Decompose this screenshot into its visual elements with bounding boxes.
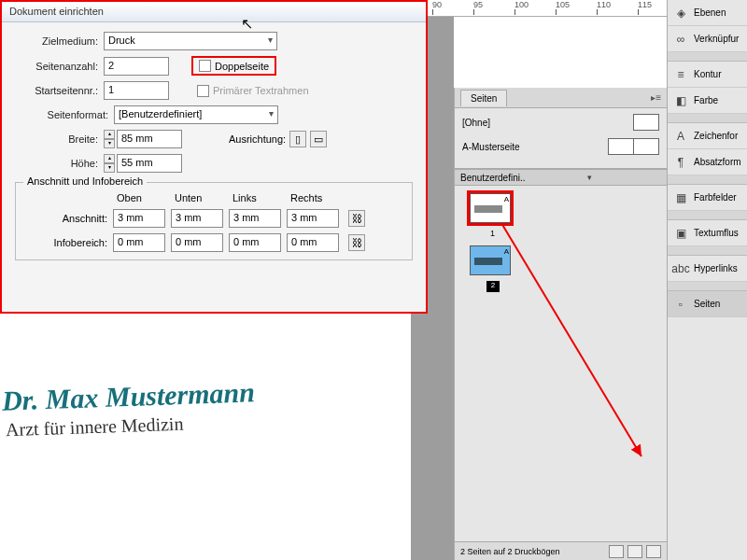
document-canvas[interactable]: Dr. Max Mustermann Arzt für innere Mediz…	[0, 314, 411, 560]
infobereich-link-icon[interactable]: ⛓	[348, 234, 365, 251]
headline-text[interactable]: Dr. Max Mustermann	[1, 376, 255, 416]
pages-panel-tabbar: Seiten ▸≡	[455, 88, 667, 108]
pages-status-bar: 2 Seiten auf 2 Druckbögen	[455, 541, 667, 560]
panel-textumfluss[interactable]: ▣Textumflus	[668, 220, 747, 246]
panel-kontur-label: Kontur	[694, 69, 721, 79]
page-2-thumb[interactable]: A	[470, 245, 511, 275]
ausrichtung-label: Ausrichtung:	[229, 133, 286, 145]
delete-page-icon[interactable]	[646, 545, 661, 558]
dialog-title: Dokument einrichten	[2, 2, 426, 22]
col-unten: Unten	[175, 192, 233, 203]
anschnitt-label: Anschnitt:	[23, 213, 113, 224]
anschnitt-rechts[interactable]: 3 mm	[287, 209, 339, 228]
new-page-icon[interactable]	[627, 545, 642, 558]
panel-dock: ◈Ebenen ∞Verknüpfur ≡Kontur ◧Farbe AZeic…	[667, 0, 747, 560]
page-2-master-letter: A	[504, 247, 509, 256]
breite-spinner[interactable]: ▴▾	[104, 130, 115, 148]
master-none-label: [Ohne]	[462, 118, 633, 128]
page-1-master-letter: A	[504, 195, 509, 203]
doppelseite-checkbox-group[interactable]: Doppelseite	[191, 56, 276, 76]
zielmedium-select[interactable]: Druck	[104, 32, 277, 50]
textrahmen-label: Primärer Textrahmen	[213, 85, 309, 96]
infobereich-links[interactable]: 0 mm	[229, 233, 281, 252]
hoehe-label: Höhe:	[15, 158, 104, 169]
panel-farbfelder-label: Farbfelder	[694, 192, 737, 203]
pages-status-text: 2 Seiten auf 2 Druckbögen	[460, 547, 560, 556]
seitenformat-label: Seitenformat:	[15, 109, 114, 120]
panel-zeichen-label: Zeichenfor	[694, 131, 738, 141]
page-2-number: 2	[486, 281, 500, 292]
page-size-selector[interactable]: Benutzerdefini..	[455, 169, 667, 186]
textwrap-icon: ▣	[673, 226, 688, 241]
panel-hyperlinks[interactable]: abcHyperlinks	[668, 256, 747, 282]
panel-ebenen-label: Ebenen	[694, 7, 726, 18]
textrahmen-checkbox-group: Primärer Textrahmen	[191, 83, 315, 99]
infobereich-rechts[interactable]: 0 mm	[287, 233, 339, 252]
charstyle-icon: A	[673, 129, 688, 144]
panel-seiten[interactable]: ▫Seiten	[668, 291, 747, 317]
orientation-landscape-icon[interactable]: ▭	[310, 131, 327, 147]
panel-seiten-label: Seiten	[694, 299, 720, 309]
ruler-tick: 95	[473, 0, 483, 9]
doppelseite-checkbox[interactable]	[199, 60, 211, 72]
seitenformat-select[interactable]: [Benutzerdefiniert]	[114, 105, 278, 124]
master-none-thumb[interactable]	[633, 114, 659, 131]
master-a-thumbs[interactable]	[609, 138, 659, 155]
master-none-row[interactable]: [Ohne]	[462, 114, 659, 131]
document-setup-dialog: Dokument einrichten Zielmedium: Druck Se…	[0, 0, 428, 314]
panel-farbfelder[interactable]: ▦Farbfelder	[668, 185, 747, 211]
panel-ebenen[interactable]: ◈Ebenen	[668, 0, 747, 26]
panel-zeichenformate[interactable]: AZeichenfor	[668, 123, 747, 149]
textrahmen-checkbox	[197, 85, 209, 97]
tab-seiten[interactable]: Seiten	[460, 90, 507, 106]
svg-line-0	[501, 223, 641, 456]
bleed-group: Anschnitt und Infobereich Oben Unten Lin…	[15, 182, 413, 260]
masters-section: [Ohne] A-Musterseite	[455, 108, 667, 169]
hyperlink-icon: abc	[673, 261, 688, 276]
anschnitt-links[interactable]: 3 mm	[229, 209, 281, 228]
hoehe-input[interactable]: 55 mm	[117, 154, 182, 173]
master-a-row[interactable]: A-Musterseite	[462, 138, 659, 155]
stroke-icon: ≡	[673, 67, 688, 82]
panel-hyperlinks-label: Hyperlinks	[694, 263, 738, 273]
edit-page-size-icon[interactable]	[609, 545, 624, 558]
bleed-group-title: Anschnitt und Infobereich	[23, 175, 147, 187]
page-1-thumb[interactable]: A	[470, 193, 511, 223]
swatches-icon: ▦	[673, 190, 688, 205]
panel-verknuepfungen-label: Verknüpfur	[694, 34, 739, 44]
infobereich-unten[interactable]: 0 mm	[171, 233, 223, 252]
orientation-portrait-icon[interactable]: ▯	[289, 131, 306, 147]
panel-absatz-label: Absatzform	[694, 157, 741, 167]
panel-menu-icon[interactable]: ▸≡	[651, 92, 661, 103]
panel-absatzformate[interactable]: ¶Absatzform	[668, 149, 747, 175]
ruler-tick: 90	[432, 0, 442, 9]
infobereich-label: Infobereich:	[23, 237, 113, 248]
doppelseite-label: Doppelseite	[215, 61, 269, 72]
master-a-label: A-Musterseite	[462, 142, 609, 152]
seitenanzahl-input[interactable]: 2	[104, 57, 169, 76]
breite-input[interactable]: 85 mm	[117, 130, 182, 148]
panel-verknuepfungen[interactable]: ∞Verknüpfur	[668, 26, 747, 52]
anschnitt-unten[interactable]: 3 mm	[171, 209, 223, 228]
panel-kontur[interactable]: ≡Kontur	[668, 62, 747, 88]
ruler-tick: 100	[514, 0, 529, 9]
pages-icon: ▫	[673, 297, 688, 312]
panel-farbe[interactable]: ◧Farbe	[668, 88, 747, 114]
anschnitt-link-icon[interactable]: ⛓	[348, 210, 365, 227]
parastyle-icon: ¶	[673, 155, 688, 170]
panel-textumfluss-label: Textumflus	[694, 228, 739, 238]
breite-label: Breite:	[15, 133, 104, 145]
anschnitt-oben[interactable]: 3 mm	[113, 209, 165, 228]
color-icon: ◧	[673, 93, 688, 108]
panel-farbe-label: Farbe	[694, 95, 718, 105]
horizontal-ruler: 90 95 100 105 110 115	[425, 0, 667, 17]
pages-panel: Seiten ▸≡ [Ohne] A-Musterseite Benutzerd…	[454, 88, 667, 560]
zielmedium-label: Zielmedium:	[15, 35, 104, 47]
col-oben: Oben	[117, 192, 175, 203]
subline-text[interactable]: Arzt für innere Medizin	[6, 413, 184, 441]
startseite-input[interactable]: 1	[104, 81, 169, 100]
pages-list: A 1 A 2	[455, 186, 667, 541]
hoehe-spinner[interactable]: ▴▾	[104, 154, 115, 173]
startseite-label: Startseitennr.:	[15, 85, 104, 96]
infobereich-oben[interactable]: 0 mm	[113, 233, 165, 252]
